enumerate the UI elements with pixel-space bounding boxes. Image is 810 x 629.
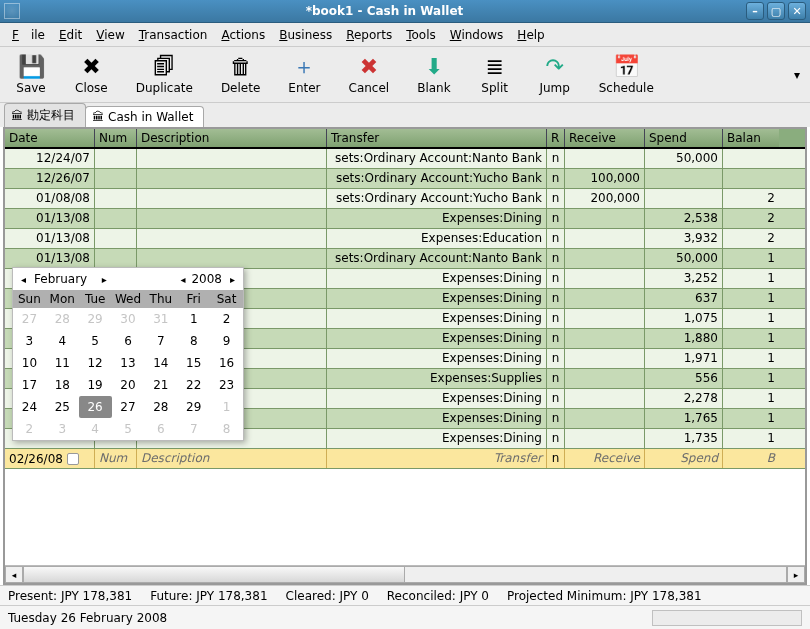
calendar-day-cell[interactable]: 3 bbox=[46, 418, 79, 440]
scroll-track[interactable] bbox=[23, 566, 787, 583]
calendar-day-cell[interactable]: 16 bbox=[210, 352, 243, 374]
col-receive[interactable]: Receive bbox=[565, 129, 645, 147]
cell-spend[interactable]: 50,000 bbox=[645, 149, 723, 168]
blank-button[interactable]: ⬇ Blank bbox=[408, 51, 459, 99]
cell-reconcile[interactable]: n bbox=[547, 349, 565, 368]
cell-reconcile[interactable]: n bbox=[547, 309, 565, 328]
menu-file[interactable]: File bbox=[6, 26, 51, 44]
calendar-day-cell[interactable]: 27 bbox=[112, 396, 145, 418]
entry-receive-cell[interactable]: Receive bbox=[565, 449, 645, 468]
calendar-day-cell[interactable]: 7 bbox=[144, 330, 177, 352]
calendar-day-cell[interactable]: 22 bbox=[177, 374, 210, 396]
cell-spend[interactable]: 3,932 bbox=[645, 229, 723, 248]
cell-reconcile[interactable]: n bbox=[547, 329, 565, 348]
cell-receive[interactable] bbox=[565, 309, 645, 328]
cell-spend[interactable]: 50,000 bbox=[645, 249, 723, 268]
cell-transfer[interactable]: sets:Ordinary Account:Yucho Bank bbox=[327, 189, 547, 208]
entry-num-cell[interactable]: Num bbox=[95, 449, 137, 468]
year-next-button[interactable]: ▸ bbox=[228, 274, 237, 285]
calendar-day-cell[interactable]: 17 bbox=[13, 374, 46, 396]
cell-receive[interactable] bbox=[565, 389, 645, 408]
col-balance[interactable]: Balan bbox=[723, 129, 779, 147]
col-description[interactable]: Description bbox=[137, 129, 327, 147]
calendar-day-cell[interactable]: 30 bbox=[112, 308, 145, 330]
cell-receive[interactable] bbox=[565, 209, 645, 228]
calendar-day-cell[interactable]: 8 bbox=[177, 330, 210, 352]
cell-balance[interactable] bbox=[723, 149, 779, 168]
cell-description[interactable] bbox=[137, 249, 327, 268]
cell-receive[interactable] bbox=[565, 249, 645, 268]
cell-transfer[interactable]: Expenses:Dining bbox=[327, 389, 547, 408]
close-button[interactable]: ✖ Close bbox=[66, 51, 117, 99]
cell-reconcile[interactable]: n bbox=[547, 209, 565, 228]
calendar-day-cell[interactable]: 27 bbox=[13, 308, 46, 330]
save-button[interactable]: 💾 Save bbox=[6, 51, 56, 99]
menu-actions[interactable]: Actions bbox=[215, 26, 271, 44]
cell-receive[interactable] bbox=[565, 329, 645, 348]
entry-transfer-cell[interactable]: Transfer bbox=[327, 449, 547, 468]
cell-receive[interactable] bbox=[565, 409, 645, 428]
calendar-day-cell[interactable]: 19 bbox=[79, 374, 112, 396]
cell-receive[interactable] bbox=[565, 269, 645, 288]
entry-date-cell[interactable]: 02/26/08 bbox=[5, 449, 95, 468]
cell-balance[interactable]: 1 bbox=[723, 309, 779, 328]
cell-balance[interactable]: 1 bbox=[723, 289, 779, 308]
cell-balance[interactable]: 1 bbox=[723, 429, 779, 448]
table-row[interactable]: 01/13/08sets:Ordinary Account:Nanto Bank… bbox=[5, 249, 805, 269]
cell-description[interactable] bbox=[137, 149, 327, 168]
cell-spend[interactable]: 1,735 bbox=[645, 429, 723, 448]
menu-view[interactable]: View bbox=[90, 26, 130, 44]
col-num[interactable]: Num bbox=[95, 129, 137, 147]
tab-cash-in-wallet[interactable]: 🏛 Cash in Wallet bbox=[85, 106, 204, 127]
cell-balance[interactable]: 2 bbox=[723, 209, 779, 228]
cell-reconcile[interactable]: n bbox=[547, 269, 565, 288]
calendar-day-cell[interactable]: 2 bbox=[13, 418, 46, 440]
cell-transfer[interactable]: sets:Ordinary Account:Nanto Bank bbox=[327, 249, 547, 268]
calendar-day-cell[interactable]: 18 bbox=[46, 374, 79, 396]
cell-reconcile[interactable]: n bbox=[547, 429, 565, 448]
cell-num[interactable] bbox=[95, 209, 137, 228]
calendar-day-cell[interactable]: 11 bbox=[46, 352, 79, 374]
menu-reports[interactable]: Reports bbox=[340, 26, 398, 44]
cell-receive[interactable]: 100,000 bbox=[565, 169, 645, 188]
scroll-left-button[interactable]: ◂ bbox=[5, 566, 23, 583]
cell-receive[interactable]: 200,000 bbox=[565, 189, 645, 208]
calendar-day-cell[interactable]: 6 bbox=[112, 330, 145, 352]
table-row[interactable]: 01/13/08Expenses:Diningn2,5382 bbox=[5, 209, 805, 229]
menu-transaction[interactable]: Transaction bbox=[133, 26, 214, 44]
cell-transfer[interactable]: Expenses:Dining bbox=[327, 209, 547, 228]
cell-spend[interactable]: 1,971 bbox=[645, 349, 723, 368]
cell-spend[interactable]: 1,765 bbox=[645, 409, 723, 428]
year-prev-button[interactable]: ◂ bbox=[178, 274, 187, 285]
cell-reconcile[interactable]: n bbox=[547, 169, 565, 188]
cell-transfer[interactable]: Expenses:Education bbox=[327, 229, 547, 248]
calendar-day-cell[interactable]: 10 bbox=[13, 352, 46, 374]
cell-transfer[interactable]: Expenses:Dining bbox=[327, 429, 547, 448]
entry-spend-cell[interactable]: Spend bbox=[645, 449, 723, 468]
cell-reconcile[interactable]: n bbox=[547, 229, 565, 248]
calendar-day-cell[interactable]: 5 bbox=[79, 330, 112, 352]
tab-accounts[interactable]: 🏛 勘定科目 bbox=[4, 103, 86, 127]
cell-transfer[interactable]: Expenses:Dining bbox=[327, 289, 547, 308]
cell-num[interactable] bbox=[95, 229, 137, 248]
entry-reconcile-cell[interactable]: n bbox=[547, 449, 565, 468]
entry-row[interactable]: 02/26/08NumDescriptionTransfernReceiveSp… bbox=[5, 449, 805, 469]
minimize-button[interactable]: – bbox=[746, 2, 764, 20]
cell-description[interactable] bbox=[137, 229, 327, 248]
calendar-day-cell[interactable]: 3 bbox=[13, 330, 46, 352]
cell-transfer[interactable]: Expenses:Dining bbox=[327, 269, 547, 288]
calendar-day-cell[interactable]: 12 bbox=[79, 352, 112, 374]
calendar-day-cell[interactable]: 20 bbox=[112, 374, 145, 396]
calendar-day-cell[interactable]: 5 bbox=[112, 418, 145, 440]
split-button[interactable]: ≣ Split bbox=[470, 51, 520, 99]
scroll-thumb[interactable] bbox=[24, 567, 405, 582]
cell-receive[interactable] bbox=[565, 369, 645, 388]
cell-balance[interactable]: 1 bbox=[723, 369, 779, 388]
cell-date[interactable]: 01/13/08 bbox=[5, 209, 95, 228]
calendar-day-cell[interactable]: 7 bbox=[177, 418, 210, 440]
cell-date[interactable]: 12/24/07 bbox=[5, 149, 95, 168]
cell-date[interactable]: 01/13/08 bbox=[5, 229, 95, 248]
calendar-day-cell[interactable]: 28 bbox=[46, 308, 79, 330]
calendar-year-label[interactable]: 2008 bbox=[191, 272, 224, 286]
cell-num[interactable] bbox=[95, 189, 137, 208]
